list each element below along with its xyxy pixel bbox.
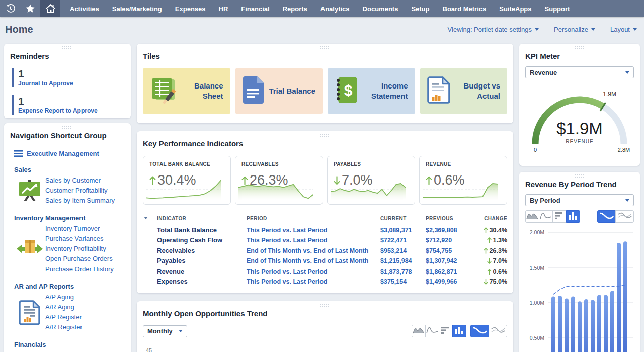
shortcut-link[interactable]: A/P Aging [45, 292, 83, 302]
reminder-link[interactable]: Expense Report to Approve [18, 107, 125, 115]
drag-handle-icon[interactable] [320, 134, 330, 138]
area-chart-button[interactable] [525, 210, 539, 223]
kpi-meter-select[interactable]: Revenue [525, 66, 634, 78]
nav-item-suiteapps[interactable]: SuiteApps [493, 0, 538, 17]
shortcut-link[interactable]: Inventory Turnover [45, 224, 114, 234]
spline-overlay-button[interactable] [597, 210, 616, 223]
svg-text:1.50M: 1.50M [530, 265, 544, 271]
kpi-card-payables[interactable]: PAYABLES 7.0% [327, 156, 415, 205]
kpi-period-link[interactable]: This Period vs. Last Period [247, 235, 380, 246]
shortcut-link[interactable]: A/R Aging [45, 302, 83, 312]
page-title: Home [5, 24, 33, 35]
kpi-previous-link[interactable]: $1,862,871 [426, 267, 472, 277]
period-select-value: By Period [530, 197, 560, 204]
area-chart-button[interactable] [412, 325, 426, 337]
dashboard: Reminders 1 Journal to Approve 1 Expense… [4, 44, 640, 352]
nav-item-financial[interactable]: Financial [234, 0, 276, 17]
tile-label: Income Statement [359, 81, 408, 101]
frequency-select[interactable]: Monthly [143, 325, 187, 337]
kpi-current-link[interactable]: $375,154 [380, 277, 426, 287]
kpi-current-link[interactable]: $953,214 [380, 246, 426, 256]
reminder-link[interactable]: Journal to Approve [18, 79, 125, 87]
shortcut-link[interactable]: Sales by Customer [45, 175, 115, 186]
drag-handle-icon[interactable] [62, 126, 72, 130]
drag-handle-icon[interactable] [62, 46, 72, 50]
shortcut-link[interactable]: Purchase Variances [45, 234, 114, 244]
line-chart-button[interactable] [425, 325, 439, 337]
tile-trial-balance[interactable]: Trial Balance [235, 68, 323, 114]
kpi-sparkline-chart [331, 177, 406, 200]
spline-overlay-button[interactable] [470, 325, 489, 337]
shortcut-link[interactable]: Customer Profitability [45, 186, 115, 196]
column-chart-button[interactable] [566, 210, 580, 223]
nav-item-expenses[interactable]: Expenses [169, 0, 212, 17]
key-performance-indicators-portlet: Key Performance Indicators TOTAL BANK BA… [137, 131, 513, 293]
svg-text:1.00M: 1.00M [530, 300, 544, 306]
kpi-period-link[interactable]: End of This Month vs. End of Last Month [247, 246, 380, 256]
nav-item-documents[interactable]: Documents [356, 0, 405, 17]
tile-label: Trial Balance [265, 86, 316, 96]
kpi-period-link[interactable]: This Period vs. Last Period [247, 267, 380, 277]
nav-item-reports[interactable]: Reports [276, 0, 314, 17]
tile-income-statement[interactable]: $ Income Statement [328, 68, 415, 114]
horizontal-bar-chart-button[interactable] [439, 325, 453, 337]
wave-overlay-button[interactable] [489, 325, 507, 337]
shortcuts-button[interactable] [20, 0, 40, 17]
personalize-dropdown[interactable]: Personalize [554, 26, 595, 33]
kpi-indicator: Operating Cash Flow [157, 235, 247, 246]
kpi-previous-link[interactable]: $2,369,808 [426, 225, 472, 236]
shortcut-link[interactable]: Purchase Order History [45, 264, 114, 274]
kpi-table-row: Operating Cash Flow This Period vs. Last… [143, 235, 507, 246]
nav-item-support[interactable]: Support [538, 0, 577, 17]
shortcut-link[interactable]: Sales by Item Summary [45, 196, 115, 206]
nav-item-hr[interactable]: HR [212, 0, 235, 17]
horizontal-bar-chart-button[interactable] [552, 210, 567, 223]
reminder-item: 1 Expense Report to Approve [12, 95, 125, 115]
kpi-current-link[interactable]: $722,471 [380, 235, 426, 246]
kpi-card-revenue[interactable]: REVENUE 0.6% [419, 156, 507, 205]
period-select[interactable]: By Period [525, 194, 634, 206]
kpi-indicator: Payables [157, 256, 247, 267]
kpi-current-link[interactable]: $1,215,984 [380, 256, 426, 267]
drag-handle-icon[interactable] [575, 46, 585, 50]
layout-dropdown[interactable]: Layout [610, 26, 637, 33]
column-chart-button[interactable] [452, 325, 466, 337]
nav-item-board-metrics[interactable]: Board Metrics [436, 0, 493, 17]
shortcut-executive-management[interactable]: Executive Management [14, 150, 125, 157]
top-navigation-bar: ActivitiesSales/MarketingExpensesHRFinan… [0, 0, 644, 17]
tile-balance-sheet[interactable]: Balance Sheet [143, 68, 230, 114]
reminders-portlet: Reminders 1 Journal to Approve 1 Expense… [4, 44, 131, 118]
kpi-indicator: Receivables [157, 246, 247, 256]
collapse-icon[interactable] [144, 217, 148, 221]
kpi-card-receivables[interactable]: RECEIVABLES 26.3% [235, 156, 323, 205]
shortcut-link[interactable]: Open Purchase Orders [45, 254, 114, 264]
chevron-down-icon [591, 28, 595, 33]
nav-item-analytics[interactable]: Analytics [314, 0, 356, 17]
shortcut-link[interactable]: A/R Register [45, 322, 83, 332]
nav-item-sales-marketing[interactable]: Sales/Marketing [106, 0, 169, 17]
shortcut-link[interactable]: Inventory Profitability [45, 244, 114, 254]
kpi-current-link[interactable]: $3,089,371 [380, 225, 426, 236]
tile-budget-vs-actual[interactable]: Budget vs Actual [420, 68, 508, 114]
kpi-current-link[interactable]: $1,873,778 [380, 267, 426, 277]
drag-handle-icon[interactable] [320, 304, 330, 308]
drag-handle-icon[interactable] [575, 174, 585, 179]
kpi-period-link[interactable]: This Period vs. Last Period [247, 277, 380, 287]
nav-item-activities[interactable]: Activities [63, 0, 106, 17]
kpi-period-link[interactable]: This Period vs. Last Period [247, 225, 380, 236]
line-chart-button[interactable] [539, 210, 553, 223]
drag-handle-icon[interactable] [320, 46, 330, 50]
kpi-previous-link[interactable]: $712,920 [426, 235, 472, 246]
recent-records-button[interactable] [0, 0, 20, 17]
kpi-card-total-bank-balance[interactable]: TOTAL BANK BALANCE 30.4% [143, 156, 231, 205]
shortcut-link[interactable]: A/P Register [45, 312, 83, 322]
viewing-settings-dropdown[interactable]: Viewing: Portlet date settings [448, 26, 539, 33]
shortcut-group-heading: Sales [14, 166, 125, 173]
kpi-previous-link[interactable]: $1,499,966 [426, 277, 472, 287]
kpi-previous-link[interactable]: $1,307,942 [426, 256, 472, 267]
home-button[interactable] [40, 0, 60, 17]
wave-overlay-button[interactable] [615, 210, 634, 223]
kpi-period-link[interactable]: End of This Month vs. End of Last Month [247, 256, 380, 267]
nav-item-setup[interactable]: Setup [405, 0, 436, 17]
kpi-previous-link[interactable]: $754,755 [426, 246, 472, 256]
